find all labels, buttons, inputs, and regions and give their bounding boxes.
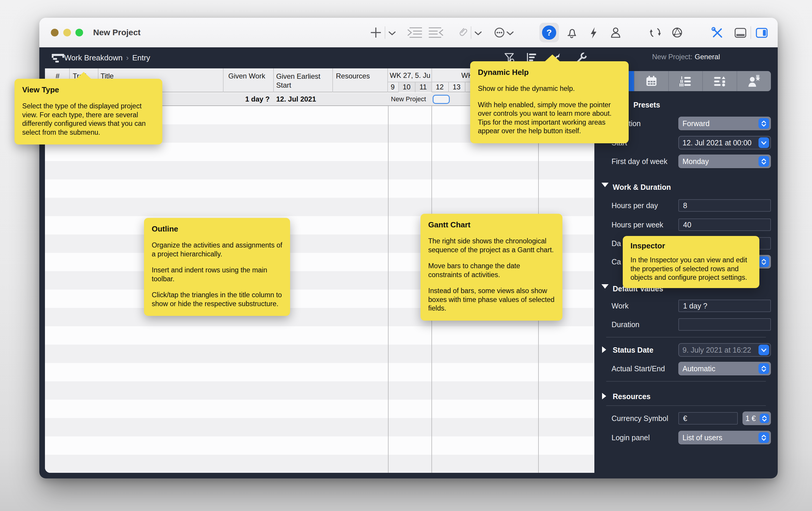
inspector-title-view: General (695, 53, 720, 61)
breadcrumb[interactable]: Work Breakdown›Entry (64, 47, 150, 69)
tab-resources[interactable] (736, 71, 771, 91)
tools-icon (710, 26, 724, 39)
actual-start-end-value: Automatic (683, 365, 715, 373)
default-work-value: 1 day ? (683, 302, 707, 310)
minimize-window-button[interactable] (63, 29, 71, 36)
tooltip-outline: Outline Organize the activities and assi… (144, 218, 290, 316)
chevron-down-icon[interactable] (758, 345, 769, 355)
network-button[interactable] (671, 26, 684, 39)
bottom-panel-icon (734, 26, 747, 40)
direction-popup[interactable]: Forward (678, 117, 771, 130)
toggle-inspector-panel-button[interactable] (755, 26, 768, 40)
events-button[interactable] (587, 26, 600, 39)
disclosure-right-icon[interactable] (602, 393, 606, 399)
days-per-label: Da (611, 237, 621, 250)
default-work-label: Work (611, 299, 629, 313)
chevron-down-icon[interactable] (758, 137, 769, 148)
currency-symbol-label: Currency Symbol (611, 411, 668, 425)
up-down-stepper-icon[interactable] (758, 363, 769, 374)
calendar-label: Ca (611, 255, 621, 269)
tab-outline-numbers[interactable] (668, 71, 703, 91)
first-day-popup[interactable]: Monday (678, 155, 771, 168)
add-row-menu-button[interactable] (388, 31, 396, 36)
default-duration-input[interactable] (678, 318, 771, 331)
plus-icon (369, 26, 382, 39)
project-gantt-bar[interactable] (433, 95, 450, 104)
status-date-heading[interactable]: Status Date (613, 343, 654, 357)
attach-file-button[interactable] (456, 26, 469, 39)
outdent-row-button[interactable] (428, 26, 445, 39)
disclosure-right-icon[interactable] (602, 346, 606, 353)
tooltip-text: In the Inspector you can view and edit t… (631, 256, 752, 282)
currency-symbol-input[interactable]: € (678, 412, 738, 425)
status-date-value: 9. July 2021 at 16:22 (683, 346, 751, 354)
start-date-value: 12. Jul 2021 at 00:00 (683, 139, 752, 147)
tooltip-gantt-chart: Gantt Chart The right side shows the chr… (420, 214, 562, 321)
direction-value: Forward (683, 119, 710, 128)
column-header-resources[interactable]: Resources (336, 72, 370, 80)
resources-heading[interactable]: Resources (613, 389, 650, 403)
tooltip-text: The right side shows the chronological s… (428, 237, 555, 254)
work-breakdown-icon (51, 53, 65, 63)
tooltip-title: Gantt Chart (428, 220, 555, 230)
breadcrumb-view[interactable]: Entry (132, 53, 150, 62)
column-header-given-earliest-start[interactable]: Given Earliest Start (276, 72, 329, 90)
more-actions-menu-button[interactable] (506, 31, 514, 36)
section-work-duration[interactable]: Work & Duration (613, 181, 671, 193)
indent-icon (405, 26, 423, 39)
view-type-button[interactable] (51, 53, 65, 64)
toggle-bottom-panel-button[interactable] (734, 26, 747, 40)
up-down-stepper-icon[interactable] (758, 257, 769, 267)
section-presets[interactable]: Presets (633, 99, 660, 111)
hours-per-day-input[interactable]: 8 (678, 199, 771, 212)
sync-button[interactable] (649, 26, 662, 39)
login-panel-popup[interactable]: List of users (678, 431, 771, 445)
divider (606, 337, 766, 338)
start-date-button[interactable]: 12. Jul 2021 at 00:00 (678, 136, 771, 150)
up-down-stepper-icon[interactable] (758, 156, 769, 167)
currency-symbol-value: € (683, 414, 687, 423)
inspector-title-prefix: New Project: (652, 53, 692, 61)
numbered-list-icon (679, 75, 692, 87)
resources-button[interactable] (609, 26, 622, 39)
gantt-day-header: 11 (415, 82, 431, 92)
currency-unit-popup[interactable]: 1 € (743, 411, 771, 425)
project-given-work[interactable]: 1 day ? (223, 93, 270, 105)
tooltip-text: Move bars to change the date constraints… (428, 262, 555, 279)
sync-icon (649, 26, 662, 39)
paperclip-icon (456, 26, 469, 39)
disclosure-down-icon[interactable] (602, 284, 609, 289)
status-date-button[interactable]: 9. July 2021 at 16:22 (678, 343, 771, 357)
inspector-title: New Project:General (594, 53, 778, 61)
settings-tools-button[interactable] (710, 26, 724, 39)
indent-row-button[interactable] (405, 26, 423, 39)
gantt-day-header: 13 (448, 82, 465, 92)
network-globe-icon (671, 26, 684, 39)
tab-calendar[interactable] (634, 71, 668, 91)
default-duration-label: Duration (611, 318, 640, 331)
project-given-earliest-start[interactable]: 12. Jul 2021 (276, 93, 316, 105)
more-actions-button[interactable] (493, 26, 506, 39)
breadcrumb-section[interactable]: Work Breakdown (64, 53, 123, 62)
tooltip-view-type: View Type Select the type of the display… (14, 79, 162, 144)
add-row-button[interactable] (369, 26, 382, 39)
zoom-window-button[interactable] (76, 29, 83, 36)
hours-per-week-input[interactable]: 40 (678, 218, 771, 231)
attach-menu-button[interactable] (474, 31, 482, 36)
dynamic-help-button[interactable]: ? (539, 23, 559, 42)
tab-fields[interactable] (702, 71, 736, 91)
disclosure-down-icon[interactable] (602, 183, 609, 187)
column-header-given-work[interactable]: Given Work (228, 72, 265, 80)
tooltip-dynamic-help: Dynamic Help Show or hide the dynamic he… (470, 61, 629, 143)
up-down-stepper-icon[interactable] (758, 118, 769, 129)
actual-start-end-popup[interactable]: Automatic (678, 362, 771, 375)
tooltip-text: Click/tap the triangles in the title col… (152, 291, 282, 308)
up-down-stepper-icon[interactable] (760, 413, 769, 423)
desktop: New Project (0, 0, 812, 511)
close-window-button[interactable] (51, 29, 59, 36)
default-work-input[interactable]: 1 day ? (678, 300, 771, 312)
tooltip-text: Instead of bars, some views also show bo… (428, 287, 555, 313)
notifications-button[interactable] (565, 26, 578, 39)
tooltip-title: Inspector (631, 241, 752, 250)
up-down-stepper-icon[interactable] (758, 432, 769, 443)
